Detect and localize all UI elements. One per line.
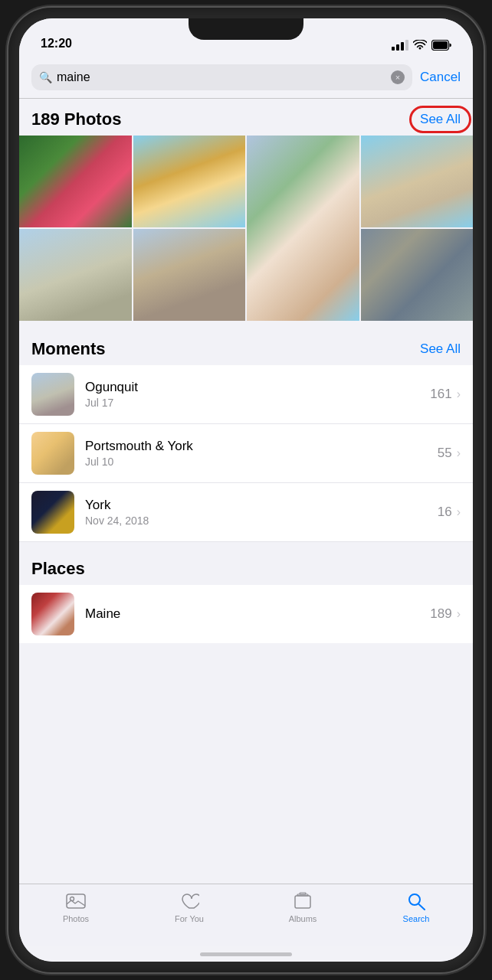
photo-cell-flowers[interactable] bbox=[19, 136, 132, 227]
svg-point-7 bbox=[409, 894, 420, 905]
signal-bar-3 bbox=[401, 42, 404, 51]
photos-section-title: 189 Photos bbox=[31, 109, 121, 129]
tab-label-search: Search bbox=[403, 914, 430, 923]
notch bbox=[189, 18, 303, 40]
tab-label-albums: Albums bbox=[289, 914, 317, 923]
tab-albums[interactable]: Albums bbox=[246, 890, 359, 923]
tab-icon-foryou bbox=[179, 890, 200, 912]
search-query-text: maine bbox=[57, 70, 386, 84]
moment-date-portsmouth: Jul 10 bbox=[85, 456, 438, 468]
signal-bar-1 bbox=[392, 47, 395, 51]
moment-thumb-york bbox=[31, 491, 74, 534]
places-title: Places bbox=[31, 559, 85, 578]
moment-info-york: York Nov 24, 2018 bbox=[85, 498, 438, 527]
moment-count-ogunquit: 161 › bbox=[430, 387, 461, 402]
tab-icon-search bbox=[405, 890, 427, 912]
moment-name-portsmouth: Portsmouth & York bbox=[85, 439, 438, 454]
status-time: 12:20 bbox=[41, 37, 72, 51]
see-all-highlighted: See All bbox=[420, 112, 461, 127]
wifi-icon bbox=[413, 40, 427, 51]
photo-cell-rocks[interactable] bbox=[361, 229, 474, 321]
tab-icon-photos bbox=[65, 890, 87, 912]
place-count-maine: 189 › bbox=[430, 606, 461, 622]
cancel-button[interactable]: Cancel bbox=[420, 70, 461, 85]
home-indicator bbox=[19, 946, 473, 962]
chevron-icon-maine: › bbox=[457, 607, 461, 621]
photo-cell-beach-person[interactable] bbox=[361, 136, 474, 227]
signal-bars bbox=[392, 40, 408, 51]
search-icon-small: 🔍 bbox=[39, 71, 52, 83]
moment-item-ogunquit[interactable]: Ogunquit Jul 17 161 › bbox=[19, 365, 473, 424]
moment-count-portsmouth: 55 › bbox=[438, 446, 461, 461]
moments-title: Moments bbox=[31, 339, 106, 359]
moment-item-portsmouth[interactable]: Portsmouth & York Jul 10 55 › bbox=[19, 424, 473, 483]
photos-see-all-button[interactable]: See All bbox=[420, 112, 461, 127]
moment-thumb-ogunquit bbox=[31, 373, 74, 416]
phone-frame: 12:20 bbox=[8, 8, 484, 972]
moment-name-york: York bbox=[85, 498, 438, 513]
search-input-wrap[interactable]: 🔍 maine × bbox=[31, 64, 412, 90]
places-section: Places Maine 189 › bbox=[19, 548, 473, 643]
home-bar bbox=[200, 952, 292, 956]
moment-name-ogunquit: Ogunquit bbox=[85, 380, 430, 395]
place-thumb-maine bbox=[31, 593, 74, 635]
place-item-maine[interactable]: Maine 189 › bbox=[19, 585, 473, 643]
photo-cell-selfie[interactable] bbox=[247, 136, 359, 321]
battery-icon bbox=[431, 40, 451, 51]
tab-search[interactable]: Search bbox=[359, 890, 473, 923]
photo-cell-girl-yellow[interactable] bbox=[133, 136, 246, 227]
phone-screen: 12:20 bbox=[19, 18, 473, 962]
place-name-maine: Maine bbox=[85, 606, 430, 622]
moment-thumb-portsmouth bbox=[31, 432, 74, 475]
status-icons bbox=[392, 40, 451, 51]
moment-item-york[interactable]: York Nov 24, 2018 16 › bbox=[19, 483, 473, 542]
photo-cell-beach-sit[interactable] bbox=[19, 229, 132, 321]
place-info-maine: Maine bbox=[85, 606, 430, 622]
chevron-icon-ogunquit: › bbox=[457, 387, 461, 401]
moment-date-ogunquit: Jul 17 bbox=[85, 397, 430, 409]
clear-search-button[interactable]: × bbox=[391, 70, 405, 84]
places-header: Places bbox=[19, 548, 473, 585]
moment-count-york: 16 › bbox=[438, 505, 461, 520]
svg-line-8 bbox=[419, 904, 425, 910]
moment-date-york: Nov 24, 2018 bbox=[85, 514, 438, 527]
signal-bar-4 bbox=[405, 40, 408, 51]
svg-rect-1 bbox=[433, 41, 448, 49]
moment-info-portsmouth: Portsmouth & York Jul 10 bbox=[85, 439, 438, 468]
photo-cell-back-beach[interactable] bbox=[133, 229, 246, 321]
tab-foryou[interactable]: For You bbox=[133, 890, 246, 923]
tab-icon-albums bbox=[292, 890, 313, 912]
status-bar: 12:20 bbox=[19, 18, 473, 57]
chevron-icon-portsmouth: › bbox=[457, 446, 461, 460]
photos-section-header: 189 Photos See All bbox=[19, 99, 473, 136]
search-bar-container: 🔍 maine × Cancel bbox=[19, 57, 473, 98]
main-content: 189 Photos See All Moments bbox=[19, 99, 473, 884]
svg-rect-4 bbox=[295, 896, 310, 908]
tab-photos[interactable]: Photos bbox=[19, 890, 133, 923]
moment-info-ogunquit: Ogunquit Jul 17 bbox=[85, 380, 430, 409]
tab-label-foryou: For You bbox=[175, 914, 204, 923]
signal-bar-2 bbox=[396, 44, 399, 51]
svg-rect-6 bbox=[300, 893, 306, 894]
svg-rect-2 bbox=[67, 894, 85, 908]
photo-grid bbox=[19, 136, 473, 322]
moments-see-all-button[interactable]: See All bbox=[420, 341, 461, 357]
tab-bar: Photos For You bbox=[19, 884, 473, 946]
moments-section: Moments See All Ogunquit Jul 17 161 › bbox=[19, 328, 473, 542]
moments-header: Moments See All bbox=[19, 328, 473, 365]
tab-label-photos: Photos bbox=[63, 914, 89, 923]
chevron-icon-york: › bbox=[457, 505, 461, 519]
